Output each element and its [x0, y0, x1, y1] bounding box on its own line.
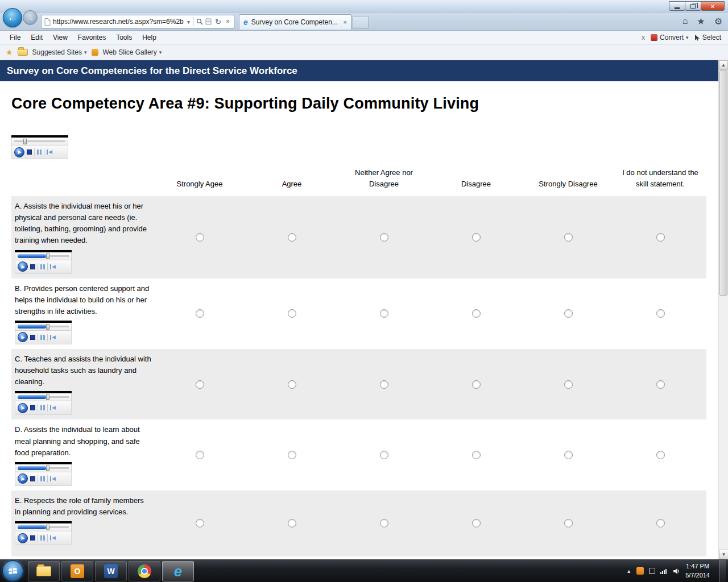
home-icon[interactable]: ⌂: [682, 16, 688, 27]
minimize-button[interactable]: [669, 1, 685, 11]
seek-handle[interactable]: [46, 394, 49, 400]
radio-button[interactable]: [656, 519, 665, 527]
skip-to-start-button[interactable]: ◀: [50, 405, 56, 410]
taskbar-item-outlook[interactable]: O: [61, 561, 93, 581]
menu-help[interactable]: Help: [137, 34, 162, 41]
pause-button[interactable]: [40, 264, 45, 269]
seek-handle[interactable]: [46, 253, 49, 259]
radio-button[interactable]: [288, 380, 296, 389]
radio-button[interactable]: [472, 233, 481, 242]
skip-to-start-button[interactable]: ◀: [50, 535, 56, 541]
seek-track[interactable]: [18, 326, 69, 327]
radio-button[interactable]: [656, 309, 665, 318]
radio-button[interactable]: [564, 519, 573, 527]
menu-favorites[interactable]: Favorites: [73, 34, 111, 41]
tray-app-icon[interactable]: [636, 567, 644, 575]
seek-handle[interactable]: [46, 465, 49, 471]
menu-edit[interactable]: Edit: [26, 34, 48, 41]
stop-button[interactable]: [30, 264, 35, 269]
taskbar-item-internet-explorer[interactable]: e: [162, 561, 194, 581]
radio-button[interactable]: [656, 233, 665, 242]
compatibility-view-icon[interactable]: [205, 18, 212, 25]
seek-track[interactable]: [18, 526, 69, 528]
seek-handle[interactable]: [46, 324, 49, 330]
browser-tab[interactable]: e Survey on Core Competen... ×: [239, 14, 351, 30]
volume-icon[interactable]: [673, 568, 680, 575]
radio-button[interactable]: [196, 309, 204, 318]
pause-button[interactable]: [40, 535, 45, 541]
select-button[interactable]: Select: [694, 34, 721, 41]
scroll-up-button[interactable]: ▲: [719, 60, 728, 70]
stop-button[interactable]: [30, 335, 35, 340]
close-button[interactable]: ×: [701, 1, 725, 11]
scrollbar-thumb[interactable]: [719, 70, 727, 296]
menu-view[interactable]: View: [48, 34, 73, 41]
taskbar-clock[interactable]: 1:47 PM 5/7/2014: [685, 562, 710, 580]
skip-to-start-button[interactable]: ◀: [47, 149, 52, 155]
seek-track[interactable]: [18, 467, 69, 469]
stop-button[interactable]: [30, 535, 35, 541]
stop-button[interactable]: [30, 476, 35, 481]
favorites-icon[interactable]: ★: [697, 16, 705, 27]
radio-button[interactable]: [288, 309, 296, 318]
play-button[interactable]: ▶: [14, 147, 24, 157]
network-icon[interactable]: [660, 568, 668, 574]
radio-button[interactable]: [380, 380, 388, 389]
radio-button[interactable]: [656, 451, 665, 459]
address-bar[interactable]: https://www.research.net/s.aspx?sm=6%2b …: [41, 15, 234, 28]
radio-button[interactable]: [472, 451, 481, 459]
radio-button[interactable]: [472, 519, 481, 527]
convert-button[interactable]: Convert ▾: [651, 34, 689, 41]
add-favorite-star-icon[interactable]: ★: [6, 48, 13, 57]
radio-button[interactable]: [564, 233, 573, 242]
action-center-icon[interactable]: [649, 568, 655, 574]
taskbar-item-explorer[interactable]: [28, 561, 60, 581]
show-hidden-icons-button[interactable]: ▲: [626, 568, 631, 574]
favorites-item-suggested-sites[interactable]: Suggested Sites ▾: [32, 48, 87, 56]
play-button[interactable]: ▶: [18, 332, 28, 342]
skip-to-start-button[interactable]: ◀: [50, 264, 56, 269]
play-button[interactable]: ▶: [18, 533, 28, 543]
radio-button[interactable]: [656, 380, 665, 389]
radio-button[interactable]: [380, 451, 388, 459]
radio-button[interactable]: [196, 233, 204, 242]
radio-button[interactable]: [288, 451, 296, 459]
stop-button[interactable]: [30, 405, 35, 410]
search-icon[interactable]: [196, 18, 203, 25]
url-text[interactable]: https://www.research.net/s.aspx?sm=6%2b: [53, 18, 184, 26]
pause-button[interactable]: [40, 335, 45, 340]
skip-to-start-button[interactable]: ◀: [50, 335, 56, 340]
seek-track[interactable]: [18, 396, 69, 398]
forward-button[interactable]: →: [23, 10, 38, 25]
radio-button[interactable]: [196, 451, 204, 459]
play-button[interactable]: ▶: [18, 261, 28, 272]
seek-handle[interactable]: [46, 525, 49, 530]
scroll-down-button[interactable]: ▼: [719, 550, 728, 559]
tools-gear-icon[interactable]: ⚙: [714, 16, 722, 27]
stop-button[interactable]: [27, 149, 32, 155]
taskbar-item-chrome[interactable]: [129, 561, 160, 581]
radio-button[interactable]: [472, 380, 481, 389]
radio-button[interactable]: [472, 309, 481, 318]
address-dropdown-icon[interactable]: ▾: [186, 19, 191, 25]
seek-track[interactable]: [18, 255, 69, 257]
back-button[interactable]: ←: [3, 8, 22, 27]
radio-button[interactable]: [196, 519, 204, 527]
radio-button[interactable]: [564, 380, 573, 389]
tab-close-icon[interactable]: ×: [344, 19, 347, 26]
play-button[interactable]: ▶: [18, 403, 28, 413]
restore-button[interactable]: [685, 1, 701, 11]
pause-button[interactable]: [37, 149, 42, 155]
taskbar-item-word[interactable]: W: [95, 561, 127, 581]
radio-button[interactable]: [564, 309, 573, 318]
start-button[interactable]: [2, 560, 23, 581]
new-tab-button[interactable]: [353, 16, 369, 29]
menu-tools[interactable]: Tools: [111, 34, 137, 41]
radio-button[interactable]: [380, 233, 388, 242]
play-button[interactable]: ▶: [18, 473, 28, 484]
radio-button[interactable]: [380, 519, 388, 527]
pause-button[interactable]: [40, 476, 45, 481]
favorites-item-web-slice-gallery[interactable]: Web Slice Gallery ▾: [103, 48, 162, 56]
stop-icon[interactable]: ×: [225, 18, 231, 26]
radio-button[interactable]: [288, 233, 296, 242]
